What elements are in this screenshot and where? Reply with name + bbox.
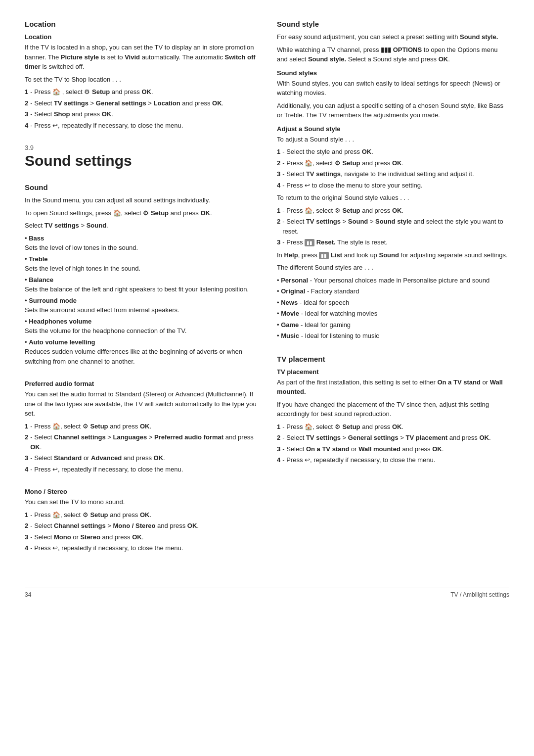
bullet-treble: TrebleSets the level of high tones in th…	[25, 254, 257, 274]
preferred-audio-title: Preferred audio format	[25, 380, 257, 387]
preferred-audio-para: You can set the audio format to Standard…	[25, 389, 257, 419]
step-row: 3 - Select Mono or Stereo and press OK.	[25, 532, 257, 542]
step-row: 1 - Press 🏠, select ⚙ Setup and press OK…	[25, 510, 257, 520]
page-number: 34	[25, 591, 31, 598]
chapter-number: 3.9	[25, 144, 257, 151]
sound-para1: In the Sound menu, you can adjust all so…	[25, 195, 257, 205]
location-intro: To set the TV to Shop location . . .	[25, 75, 257, 85]
step-row: 1 - Press 🏠, select ⚙ Setup and press OK…	[25, 422, 257, 431]
bullet-bass: BassSets the level of low tones in the s…	[25, 234, 257, 253]
bullet-surround: Surround modeSets the surround sound eff…	[25, 296, 257, 315]
location-section: Location Location If the TV is located i…	[25, 20, 257, 130]
step-row: 4 - Press ↩, repeatedly if necessary, to…	[25, 543, 257, 553]
step-row: 2 - Select TV settings > Sound > Sound s…	[277, 217, 509, 236]
style-news: News - Ideal for speech	[277, 298, 509, 308]
step-row: 3 - Select Standard or Advanced and pres…	[25, 453, 257, 463]
adjust-intro: To adjust a Sound style . . .	[277, 135, 509, 144]
step-row: 3 - Select Shop and press OK.	[25, 109, 257, 119]
tv-placement-para2: If you have changed the placement of the…	[277, 400, 509, 419]
bullet-auto-volume: Auto volume levellingReduces sudden volu…	[25, 337, 257, 367]
step-row: 4 - Press ↩ to close the menu to store y…	[277, 181, 509, 190]
step-row: 2 - Select TV settings > General setting…	[25, 98, 257, 108]
sound-bullets: BassSets the level of low tones in the s…	[25, 234, 257, 367]
chapter-title: Sound settings	[25, 152, 257, 169]
sound-style-para1: For easy sound adjustment, you can selec…	[277, 32, 509, 42]
sound-style-para2: While watching a TV channel, press ▮▮▮ O…	[277, 45, 509, 64]
page-footer: 34 TV / Ambilight settings	[25, 587, 509, 598]
style-original: Original - Factory standard	[277, 286, 509, 296]
step-row: 1 - Select the style and press OK.	[277, 147, 509, 157]
step-row: 2 - Select Channel settings > Mono / Ste…	[25, 521, 257, 531]
step-row: 4 - Press ↩, repeatedly if necessary, to…	[25, 465, 257, 474]
sound-styles-subsection: Sound styles	[277, 69, 509, 77]
step-row: 4 - Press ↩, repeatedly if necessary, to…	[25, 121, 257, 131]
location-steps: 1 - Press 🏠 , select ⚙ Setup and press O…	[25, 87, 257, 130]
step-row: 1 - Press 🏠, select ⚙ Setup and press OK…	[277, 206, 509, 216]
styles-intro: The different Sound styles are . . .	[277, 263, 509, 273]
left-column: Location Location If the TV is located i…	[25, 20, 257, 567]
sound-para2: To open Sound settings, press 🏠, select …	[25, 208, 257, 218]
mono-stereo-para: You can set the TV to mono sound.	[25, 497, 257, 507]
chapter-heading: 3.9 Sound settings	[25, 144, 257, 169]
step-row: 4 - Press ↩, repeatedly if necessary, to…	[277, 455, 509, 465]
sound-section: Sound In the Sound menu, you can adjust …	[25, 183, 257, 366]
step-row: 2 - Select Channel settings > Languages …	[25, 432, 257, 452]
right-column: Sound style For easy sound adjustment, y…	[277, 20, 509, 567]
tv-placement-title: TV placement	[277, 355, 509, 363]
tv-placement-steps: 1 - Press 🏠, select ⚙ Setup and press OK…	[277, 422, 509, 465]
sound-styles-para4: Additionally, you can adjust a specific …	[277, 101, 509, 120]
return-steps: 1 - Press 🏠, select ⚙ Setup and press OK…	[277, 206, 509, 247]
sound-style-bullets: Personal - Your personal choices made in…	[277, 276, 509, 341]
adjust-sound-style-subsection: Adjust a Sound style	[277, 125, 509, 133]
step-row: 2 - Press 🏠, select ⚙ Setup and press OK…	[277, 158, 509, 168]
step-row: 1 - Press 🏠 , select ⚙ Setup and press O…	[25, 87, 257, 97]
tv-placement-para1: As part of the first installation, this …	[277, 378, 509, 397]
mono-stereo-title: Mono / Stereo	[25, 488, 257, 495]
step-row: 3 - Select On a TV stand or Wall mounted…	[277, 444, 509, 454]
footer-right: TV / Ambilight settings	[450, 591, 509, 598]
preferred-audio-steps: 1 - Press 🏠, select ⚙ Setup and press OK…	[25, 422, 257, 474]
bullet-headphones: Headphones volumeSets the volume for the…	[25, 317, 257, 336]
sound-styles-para3: With Sound styles, you can switch easily…	[277, 79, 509, 98]
sound-para3: Select TV settings > Sound.	[25, 221, 257, 231]
step-row: 1 - Press 🏠, select ⚙ Setup and press OK…	[277, 422, 509, 432]
adjust-steps: 1 - Select the style and press OK. 2 - P…	[277, 147, 509, 190]
location-title: Location	[25, 20, 257, 28]
sound-style-section: Sound style For easy sound adjustment, y…	[277, 20, 509, 341]
step-row: 3 - Press ▮▮ Reset. The style is reset.	[277, 237, 509, 247]
step-row: 3 - Select TV settings, navigate to the …	[277, 169, 509, 179]
mono-stereo-section: Mono / Stereo You can set the TV to mono…	[25, 488, 257, 553]
bullet-balance: BalanceSets the balance of the left and …	[25, 275, 257, 294]
sound-style-title: Sound style	[277, 20, 509, 28]
tv-placement-subsection: TV placement	[277, 368, 509, 376]
style-music: Music - Ideal for listening to music	[277, 331, 509, 341]
sound-title: Sound	[25, 183, 257, 191]
style-game: Game - Ideal for gaming	[277, 320, 509, 330]
return-intro: To return to the original Sound style va…	[277, 193, 509, 203]
step-row: 2 - Select TV settings > General setting…	[277, 433, 509, 443]
location-subsection: Location	[25, 33, 257, 41]
tv-placement-section: TV placement TV placement As part of the…	[277, 355, 509, 465]
help-line: In Help, press ▮▮ List and look up Sound…	[277, 250, 509, 260]
location-para1: If the TV is located in a shop, you can …	[25, 43, 257, 72]
mono-stereo-steps: 1 - Press 🏠, select ⚙ Setup and press OK…	[25, 510, 257, 553]
style-movie: Movie - Ideal for watching movies	[277, 309, 509, 319]
preferred-audio-section: Preferred audio format You can set the a…	[25, 380, 257, 474]
style-personal: Personal - Your personal choices made in…	[277, 276, 509, 285]
